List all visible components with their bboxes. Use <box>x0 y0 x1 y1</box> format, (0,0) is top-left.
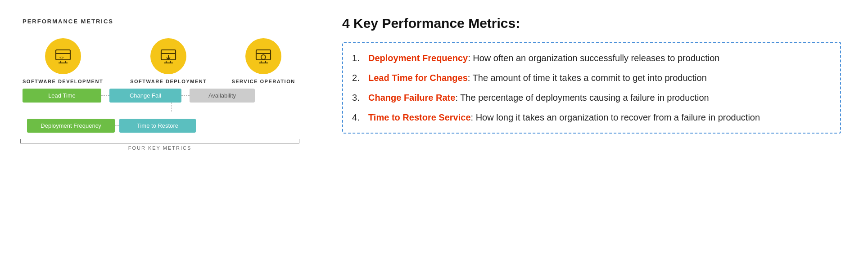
svg-text:<>: <> <box>59 56 64 60</box>
icons-row: <> Software Development <box>23 38 297 84</box>
deploy-freq-box: Deployment Frequency <box>27 119 115 133</box>
ops-icon-circle <box>245 38 281 74</box>
metric-term-1: Deployment Frequency <box>368 52 468 64</box>
deploy-label: Software Deployment <box>130 79 207 84</box>
ops-icon <box>253 46 273 66</box>
list-item-1: Deployment Frequency: How often an organ… <box>352 52 827 64</box>
metric-term-4: Time to Restore Service <box>368 111 471 124</box>
brace-area: Four Key Metrics <box>23 139 297 151</box>
between-rows <box>23 103 302 112</box>
metrics-row1: Lead Time Change Fail Availability <box>23 89 302 103</box>
brace-line-row <box>20 139 299 143</box>
metrics-list: Deployment Frequency: How often an organ… <box>352 52 827 124</box>
deploy-icon-circle <box>150 38 186 74</box>
change-fail-box: Change Fail <box>109 89 181 103</box>
dev-icon-circle: <> <box>45 38 81 74</box>
section-label: Performance Metrics <box>23 18 297 25</box>
metric-desc-2: : The amount of time it takes a commit t… <box>468 71 707 84</box>
list-item-4: Time to Restore Service: How long it tak… <box>352 111 827 124</box>
metrics-row2: Deployment Frequency Time to Restore <box>23 119 302 133</box>
list-item-3: Change Failure Rate: The percentage of d… <box>352 91 827 104</box>
svg-point-14 <box>261 55 266 59</box>
dev-icon: <> <box>53 46 73 66</box>
h-connector-1 <box>101 95 109 96</box>
lead-time-box: Lead Time <box>23 89 101 103</box>
metric-desc-4: : How long it takes an organization to r… <box>471 111 760 124</box>
metric-term-3: Change Failure Rate <box>368 91 455 104</box>
metric-desc-3: : The percentage of deployments causing … <box>455 91 709 104</box>
icon-group-ops: Service Operation <box>231 38 295 84</box>
v-dash-left <box>61 103 61 112</box>
right-title: 4 Key Performance Metrics: <box>342 16 841 31</box>
metrics-layout: Lead Time Change Fail Availability Deplo… <box>23 89 302 133</box>
h-connector-2 <box>181 95 190 96</box>
brace-right-tick <box>299 139 299 143</box>
availability-box: Availability <box>190 89 255 103</box>
metric-term-2: Lead Time for Changes <box>368 71 468 84</box>
h-connector-3 <box>115 125 119 126</box>
right-panel: 4 Key Performance Metrics: Deployment Fr… <box>315 0 868 277</box>
brace-top-line <box>21 143 299 143</box>
brace-label: Four Key Metrics <box>128 145 192 151</box>
metric-desc-1: : How often an organization successfully… <box>468 52 719 64</box>
dev-label: Software Development <box>23 79 103 84</box>
left-panel: Performance Metrics <> Software Developm… <box>0 0 315 277</box>
metrics-list-container: Deployment Frequency: How often an organ… <box>342 42 841 134</box>
list-item-2: Lead Time for Changes: The amount of tim… <box>352 71 827 84</box>
ops-label: Service Operation <box>231 79 295 84</box>
deploy-icon <box>158 46 178 66</box>
v-dash-mid <box>171 103 172 112</box>
diagram-area: <> Software Development <box>23 38 297 268</box>
time-to-restore-box: Time to Restore <box>119 119 196 133</box>
icon-group-deploy: Software Deployment <box>130 38 207 84</box>
icon-group-dev: <> Software Development <box>23 38 103 84</box>
